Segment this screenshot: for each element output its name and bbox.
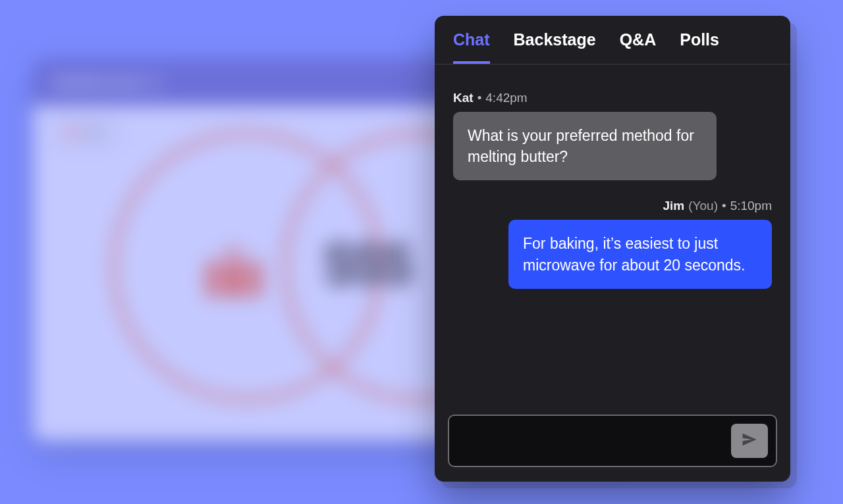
message-meta: Kat • 4:42pm bbox=[453, 91, 772, 105]
briefcase-icon bbox=[198, 237, 270, 322]
chat-message: Jim (You) • 5:10pm For baking, it’s easi… bbox=[453, 199, 772, 288]
message-author: Kat bbox=[453, 91, 474, 105]
message-author: Jim bbox=[663, 199, 685, 213]
message-you-label: (You) bbox=[688, 199, 718, 213]
meta-separator: • bbox=[722, 199, 726, 213]
send-icon bbox=[740, 430, 759, 451]
message-time: 4:42pm bbox=[485, 91, 527, 105]
tab-polls[interactable]: Polls bbox=[680, 30, 719, 64]
dollars-icon: $$$ bbox=[323, 230, 410, 298]
message-time: 5:10pm bbox=[730, 199, 772, 213]
chat-panel: Chat Backstage Q&A Polls Kat • 4:42pm Wh… bbox=[435, 16, 790, 482]
tab-chat[interactable]: Chat bbox=[453, 30, 490, 64]
chat-input-row bbox=[435, 407, 790, 482]
chat-input-container bbox=[448, 415, 777, 467]
tab-bar: Chat Backstage Q&A Polls bbox=[435, 16, 790, 64]
stage-brand: BAKEforward.c X bbox=[53, 75, 162, 90]
message-bubble: What is your preferred method for meltin… bbox=[453, 112, 717, 180]
message-meta: Jim (You) • 5:10pm bbox=[663, 199, 773, 213]
live-badge-label: Live bbox=[79, 125, 105, 140]
chat-input[interactable] bbox=[460, 434, 731, 449]
live-badge: Live bbox=[53, 118, 119, 147]
live-dot-icon bbox=[66, 129, 74, 137]
send-button[interactable] bbox=[731, 424, 768, 458]
meta-separator: • bbox=[477, 91, 482, 105]
tab-backstage[interactable]: Backstage bbox=[514, 30, 596, 64]
chat-messages: Kat • 4:42pm What is your preferred meth… bbox=[435, 64, 790, 407]
chat-message: Kat • 4:42pm What is your preferred meth… bbox=[453, 91, 772, 180]
message-bubble: For baking, it’s easiest to just microwa… bbox=[508, 220, 772, 288]
tab-qa[interactable]: Q&A bbox=[620, 30, 657, 64]
